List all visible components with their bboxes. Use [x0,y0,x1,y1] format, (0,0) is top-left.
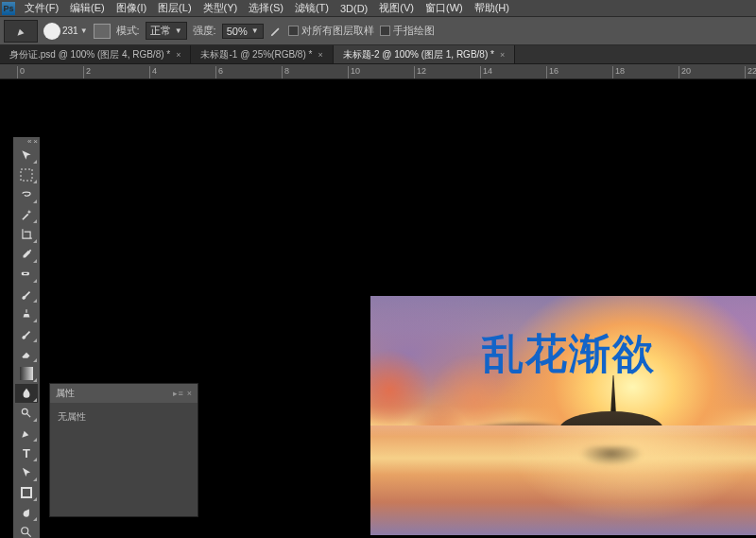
ruler-tick: 18 [612,66,625,78]
collapse-icon[interactable]: ▸≡ [173,389,182,398]
sample-all-layers-checkbox[interactable]: 对所有图层取样 [288,24,374,38]
doc-tab-label: 未标题-1 @ 25%(RGB/8) * [200,48,312,61]
marquee-tool[interactable] [15,165,38,184]
ruler-tick: 0 [17,66,25,78]
history-brush-tool[interactable] [15,324,38,343]
close-icon[interactable]: × [318,50,322,60]
brush-panel-toggle[interactable] [94,24,111,39]
eraser-tool[interactable] [15,344,38,363]
tools-panel-header[interactable]: «× [13,137,40,145]
menu-view[interactable]: 视图(V) [373,0,420,17]
finger-paint-label: 手指绘图 [393,24,435,38]
properties-body: 无属性 [50,403,198,516]
document-canvas[interactable]: 乱花渐欲 [370,296,756,535]
brush-preset-picker[interactable]: 231 ▼ [43,23,88,40]
properties-panel-header[interactable]: 属性 ▸≡ × [50,384,198,403]
menu-window[interactable]: 窗口(W) [420,0,469,17]
brush-preview-icon [43,23,60,40]
gradient-tool[interactable] [15,364,38,383]
path-selection-tool[interactable] [15,463,38,482]
ruler-tick: 14 [480,66,492,78]
smudge-tool[interactable] [15,384,38,403]
menu-layer[interactable]: 图层(L) [152,0,197,17]
strength-dropdown[interactable]: 50% ▼ [222,24,264,39]
document-tabs: 身份证.psd @ 100% (图层 4, RGB/8) * × 未标题-1 @… [0,45,756,64]
checkbox-icon [380,26,390,36]
ruler-tick: 6 [215,66,223,78]
brush-tool[interactable] [15,285,38,304]
ruler-tick: 16 [546,66,558,78]
pen-tool[interactable] [15,424,38,443]
menu-image[interactable]: 图像(I) [111,0,152,17]
properties-empty-text: 无属性 [58,411,86,422]
chevron-down-icon: ▼ [251,26,259,35]
ruler-tick: 10 [348,66,360,78]
menu-filter[interactable]: 滤镜(T) [289,0,335,17]
svg-rect-0 [21,169,32,181]
tool-preset-picker[interactable] [4,20,38,43]
properties-panel: 属性 ▸≡ × 无属性 [49,383,198,517]
svg-rect-2 [20,367,33,380]
doc-tab-1[interactable]: 身份证.psd @ 100% (图层 4, RGB/8) * × [0,45,191,63]
horizontal-ruler: 0 2 4 6 8 10 12 14 16 18 20 22 [0,64,756,79]
close-icon[interactable]: × [187,389,192,398]
menu-bar: Ps 文件(F) 编辑(E) 图像(I) 图层(L) 类型(Y) 选择(S) 滤… [0,0,756,17]
finger-painting-checkbox[interactable]: 手指绘图 [380,24,435,38]
mode-label: 模式: [116,24,140,38]
ruler-tick: 20 [679,66,691,78]
doc-tab-label: 身份证.psd @ 100% (图层 4, RGB/8) * [9,48,170,61]
ruler-tick: 12 [414,66,426,78]
ruler-tick: 2 [83,66,91,78]
menu-select[interactable]: 选择(S) [243,0,289,17]
lasso-tool[interactable] [15,185,38,204]
svg-rect-4 [22,488,31,497]
move-tool[interactable] [15,146,38,165]
brush-size-value: 231 [62,26,78,36]
hand-tool[interactable] [15,503,38,522]
strength-value: 50% [227,26,248,37]
menu-3d[interactable]: 3D(D) [335,1,373,16]
type-tool[interactable]: T [15,443,38,462]
svg-point-3 [22,408,27,414]
doc-tab-3[interactable]: 未标题-2 @ 100% (图层 1, RGB/8) * × [334,45,515,63]
mode-dropdown[interactable]: 正常 ▼ [146,22,187,40]
options-bar: 231 ▼ 模式: 正常 ▼ 强度: 50% ▼ 对所有图层取样 手指绘图 [0,17,756,45]
dodge-tool[interactable] [15,404,38,423]
menu-type[interactable]: 类型(Y) [198,0,244,17]
menu-edit[interactable]: 编辑(E) [64,0,111,17]
tablet-pressure-icon[interactable] [269,25,283,38]
ruler-tick: 8 [282,66,289,78]
tools-panel: «× T [13,137,40,538]
properties-title: 属性 [56,387,75,400]
close-icon[interactable]: × [176,50,180,60]
magic-wand-tool[interactable] [15,205,38,224]
svg-point-5 [22,528,28,534]
menu-help[interactable]: 帮助(H) [469,0,515,17]
doc-tab-2[interactable]: 未标题-1 @ 25%(RGB/8) * × [191,45,333,63]
text-layer[interactable]: 乱花渐欲 [482,326,656,382]
crop-tool[interactable] [15,225,38,244]
eyedropper-tool[interactable] [15,245,38,264]
healing-brush-tool[interactable] [15,265,38,284]
checkbox-icon [288,26,299,36]
mode-value: 正常 [150,24,171,38]
doc-tab-label: 未标题-2 @ 100% (图层 1, RGB/8) * [343,48,494,61]
chevron-down-icon: ▼ [80,26,88,35]
clone-stamp-tool[interactable] [15,304,38,323]
canvas-image: 乱花渐欲 [370,296,756,535]
menu-file[interactable]: 文件(F) [19,0,64,17]
island-reflection [559,446,663,480]
strength-label: 强度: [193,24,216,38]
shape-tool[interactable] [15,483,38,502]
ruler-tick: 4 [149,66,157,78]
zoom-tool[interactable] [15,523,38,538]
close-icon[interactable]: × [500,50,505,60]
chevron-down-icon: ▼ [175,26,182,35]
ps-logo-icon: Ps [2,2,15,15]
sample-all-label: 对所有图层取样 [301,24,374,38]
ruler-tick: 22 [745,66,756,78]
